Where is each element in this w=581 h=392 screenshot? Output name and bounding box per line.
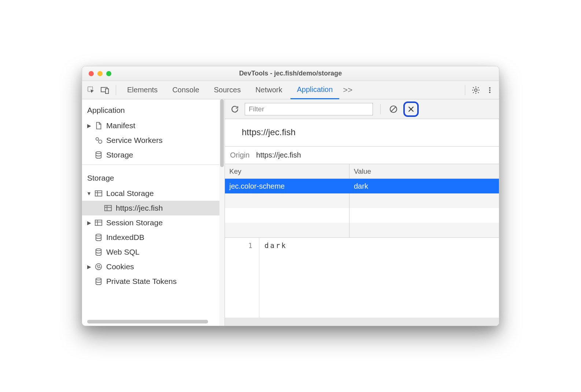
svg-point-5 (489, 89, 491, 91)
sidebar-item-service-workers[interactable]: ▶ Service Workers (82, 133, 219, 148)
database-icon (95, 233, 103, 241)
origin-value: https://jec.fish (256, 151, 301, 159)
kebab-menu-icon[interactable] (484, 84, 496, 96)
filter-input[interactable] (245, 103, 373, 115)
sidebar-item-local-storage-origin[interactable]: ▶ https://jec.fish (82, 201, 219, 215)
tab-sources[interactable]: Sources (207, 81, 247, 99)
svg-point-25 (100, 267, 100, 268)
delete-selected-icon[interactable] (406, 104, 416, 114)
traffic-lights (89, 71, 111, 76)
separator (465, 85, 465, 95)
table-icon (95, 189, 103, 197)
vertical-scrollbar[interactable] (219, 99, 225, 326)
maximize-window-button[interactable] (106, 71, 111, 76)
more-tabs-icon[interactable]: >> (341, 84, 355, 96)
origin-label: Origin (230, 151, 249, 159)
sidebar-item-private-state-tokens[interactable]: ▶ Private State Tokens (82, 274, 219, 289)
value-preview: 1 dark (225, 238, 499, 318)
tab-elements[interactable]: Elements (121, 81, 164, 99)
storage-table: Key Value jec.color-scheme dark (225, 164, 499, 238)
cell-value[interactable]: dark (349, 179, 499, 193)
sidebar-item-label: https://jec.fish (116, 204, 163, 212)
close-window-button[interactable] (89, 71, 94, 76)
expand-arrow-icon: ▶ (86, 220, 92, 226)
minimize-window-button[interactable] (97, 71, 103, 76)
svg-point-24 (98, 267, 99, 268)
sidebar-item-storage[interactable]: ▶ Storage (82, 148, 219, 162)
divider (82, 164, 219, 165)
tab-network[interactable]: Network (249, 81, 289, 99)
cell-value[interactable] (349, 193, 499, 208)
table-header: Key Value (225, 164, 499, 179)
scrollbar-thumb[interactable] (220, 99, 224, 167)
column-header-value[interactable]: Value (349, 164, 499, 178)
cell-key[interactable] (225, 193, 349, 208)
table-row[interactable]: jec.color-scheme dark (225, 179, 499, 193)
document-icon (95, 122, 103, 130)
svg-point-8 (99, 140, 102, 143)
table-icon (95, 219, 103, 227)
sidebar-item-session-storage[interactable]: ▶ Session Storage (82, 215, 219, 230)
settings-gear-icon[interactable] (470, 84, 482, 96)
titlebar: DevTools - jec.fish/demo/storage (82, 66, 499, 81)
window-title: DevTools - jec.fish/demo/storage (82, 70, 499, 77)
sidebar-group-title-storage: Storage (82, 167, 219, 186)
refresh-icon[interactable] (229, 104, 240, 115)
separator (380, 104, 381, 114)
svg-point-21 (96, 264, 102, 270)
device-toolbar-icon[interactable] (99, 84, 111, 96)
gears-icon (95, 136, 103, 144)
sidebar-item-label: Cookies (106, 262, 134, 271)
horizontal-scrollbar[interactable] (87, 320, 208, 323)
preview-text: dark (259, 238, 499, 318)
expand-arrow-icon: ▶ (86, 264, 92, 270)
cell-value[interactable] (349, 208, 499, 223)
sidebar-item-manifest[interactable]: ▶ Manifest (82, 118, 219, 133)
sidebar-item-label: Web SQL (106, 248, 140, 256)
sidebar-item-label: Storage (106, 151, 133, 159)
database-icon (95, 151, 103, 159)
sidebar-item-websql[interactable]: ▶ Web SQL (82, 245, 219, 259)
sidebar-item-cookies[interactable]: ▶ Cookies (82, 259, 219, 274)
sidebar-item-label: Private State Tokens (106, 277, 177, 286)
preview-line-number: 1 (225, 238, 259, 318)
origin-box: https://jec.fish Origin https://jec.fish (225, 119, 499, 164)
table-row[interactable] (225, 193, 499, 208)
svg-rect-13 (105, 206, 111, 211)
delete-selected-highlight (403, 101, 419, 117)
cell-key[interactable] (225, 223, 349, 237)
svg-point-26 (96, 278, 101, 280)
status-bar (225, 318, 499, 326)
tab-console[interactable]: Console (166, 81, 206, 99)
devtools-tabbar: Elements Console Sources Network Applica… (82, 81, 499, 99)
storage-panel: https://jec.fish Origin https://jec.fish… (225, 99, 499, 326)
table-icon (104, 204, 112, 212)
svg-point-23 (99, 265, 100, 266)
inspect-element-icon[interactable] (85, 84, 97, 96)
sidebar-item-label: IndexedDB (106, 233, 144, 242)
cell-key[interactable] (225, 208, 349, 223)
cell-value[interactable] (349, 223, 499, 237)
sidebar-group-title-application: Application (82, 99, 219, 118)
separator (116, 85, 116, 95)
svg-point-19 (96, 234, 101, 236)
clear-all-icon[interactable] (388, 104, 399, 115)
svg-point-7 (96, 138, 99, 140)
devtools-window: DevTools - jec.fish/demo/storage Element… (82, 66, 499, 326)
sidebar-item-local-storage[interactable]: ▼ Local Storage (82, 186, 219, 201)
table-row[interactable] (225, 223, 499, 237)
sidebar-item-label: Session Storage (106, 218, 163, 227)
tab-application[interactable]: Application (290, 81, 340, 99)
svg-point-22 (97, 266, 98, 266)
cell-key[interactable]: jec.color-scheme (225, 179, 349, 193)
svg-line-28 (391, 107, 396, 111)
sidebar-item-indexeddb[interactable]: ▶ IndexedDB (82, 230, 219, 245)
sidebar-tree: Application ▶ Manifest ▶ Ser (82, 99, 219, 326)
column-header-key[interactable]: Key (225, 164, 349, 178)
collapse-arrow-icon: ▼ (86, 191, 92, 196)
sidebar: Application ▶ Manifest ▶ Ser (82, 99, 225, 326)
svg-point-4 (489, 87, 491, 89)
table-row[interactable] (225, 208, 499, 223)
table-body: jec.color-scheme dark (225, 179, 499, 237)
cookie-icon (95, 263, 103, 271)
